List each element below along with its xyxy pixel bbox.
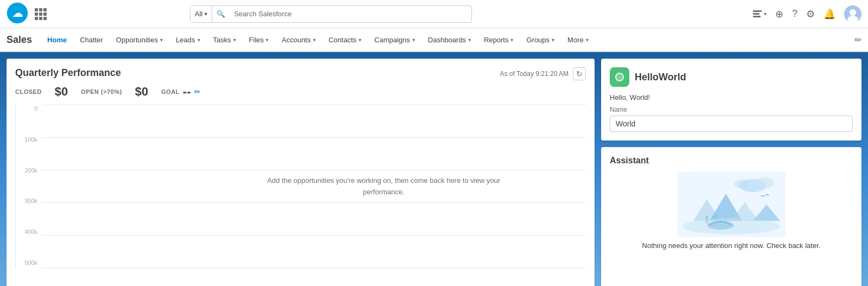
- help-icon[interactable]: ?: [792, 8, 797, 20]
- y-label-0: 0: [16, 105, 42, 112]
- as-of-label: As of Today 9:21:20 AM: [500, 70, 569, 78]
- reports-chevron-icon: ▾: [510, 37, 513, 43]
- nav-tasks-label: Tasks: [213, 36, 231, 44]
- y-label-500k: 500k: [16, 259, 42, 266]
- nav-files-label: Files: [249, 36, 264, 44]
- nav-bar: Sales Home Chatter Opportunities ▾ Leads…: [0, 28, 868, 52]
- salesforce-logo[interactable]: ☁: [7, 2, 28, 26]
- goal-edit-icon[interactable]: ✏: [194, 87, 201, 96]
- nav-item-more[interactable]: More ▾: [561, 28, 595, 52]
- nav-leads-label: Leads: [176, 36, 195, 44]
- y-axis-labels: 500k 400k 300k 200k 100k 0: [16, 105, 42, 268]
- app-name: Sales: [7, 34, 32, 46]
- hello-world-greeting: Hello, World!: [610, 93, 853, 101]
- groups-chevron-icon: ▾: [552, 37, 554, 43]
- recent-items-icon[interactable]: ▾: [752, 9, 767, 20]
- nav-item-leads[interactable]: Leads ▾: [169, 28, 206, 52]
- name-field-label: Name: [610, 106, 853, 113]
- apps-icon[interactable]: [35, 8, 47, 20]
- y-label-400k: 400k: [16, 228, 42, 235]
- leads-chevron-icon: ▾: [197, 37, 200, 43]
- svg-point-20: [707, 221, 734, 230]
- goal-label: GOAL: [161, 88, 180, 95]
- refresh-button[interactable]: ↻: [573, 67, 586, 80]
- y-label-200k: 200k: [16, 167, 42, 174]
- svg-rect-2: [753, 10, 762, 12]
- top-bar: ☁ All ▾ 🔍 ▾ ⊕ ? ⚙ 🔔: [0, 0, 868, 28]
- top-bar-actions: ▾ ⊕ ? ⚙ 🔔: [752, 5, 861, 23]
- tasks-chevron-icon: ▾: [233, 37, 236, 43]
- nav-more-label: More: [567, 36, 584, 44]
- closed-value: $0: [55, 85, 68, 99]
- svg-point-11: [753, 177, 775, 188]
- nav-item-opportunities[interactable]: Opportunities ▾: [110, 28, 169, 52]
- nav-dashboards-label: Dashboards: [428, 36, 466, 44]
- nav-item-reports[interactable]: Reports ▾: [477, 28, 520, 52]
- scope-chevron-icon: ▾: [205, 11, 207, 17]
- closed-label: CLOSED: [15, 88, 42, 95]
- svg-point-6: [850, 9, 856, 16]
- svg-text:☁: ☁: [12, 7, 23, 19]
- open-value: $0: [135, 85, 148, 99]
- main-content: Quarterly Performance As of Today 9:21:2…: [0, 52, 868, 286]
- svg-rect-3: [753, 13, 760, 15]
- goal-row: GOAL -- ✏: [161, 85, 200, 99]
- search-scope-selector[interactable]: All ▾: [190, 6, 212, 22]
- nav-groups-label: Groups: [526, 36, 550, 44]
- goal-value: --: [183, 85, 191, 99]
- open-label: OPEN (>70%): [81, 88, 122, 95]
- hello-world-card: HelloWorld Hello, World! Name: [601, 59, 861, 141]
- dashboards-chevron-icon: ▾: [468, 37, 471, 43]
- assistant-illustration: [610, 172, 853, 237]
- settings-icon[interactable]: ⚙: [806, 8, 815, 20]
- opportunities-chevron-icon: ▾: [160, 37, 163, 43]
- chart-empty-message: Add the opportunities you're working on,…: [267, 175, 501, 198]
- svg-rect-4: [753, 16, 761, 17]
- nav-item-home[interactable]: Home: [41, 28, 73, 52]
- more-chevron-icon: ▾: [586, 37, 589, 43]
- search-scope-label: All: [195, 10, 202, 18]
- svg-point-12: [734, 180, 750, 188]
- panel-meta: As of Today 9:21:20 AM ↻: [500, 67, 586, 80]
- assistant-card: Assistant: [601, 147, 861, 286]
- nav-item-dashboards[interactable]: Dashboards ▾: [422, 28, 477, 52]
- nav-opportunities-label: Opportunities: [116, 36, 158, 44]
- nav-item-tasks[interactable]: Tasks ▾: [207, 28, 242, 52]
- hello-world-icon: [610, 67, 629, 87]
- files-chevron-icon: ▾: [266, 37, 269, 43]
- nav-accounts-label: Accounts: [282, 36, 310, 44]
- campaigns-chevron-icon: ▾: [412, 37, 415, 43]
- chart-grid: Add the opportunities you're working on,…: [42, 105, 586, 268]
- nav-item-accounts[interactable]: Accounts ▾: [275, 28, 322, 52]
- assistant-title: Assistant: [610, 156, 853, 166]
- nav-item-chatter[interactable]: Chatter: [73, 28, 110, 52]
- nav-reports-label: Reports: [484, 36, 509, 44]
- hello-world-header: HelloWorld: [610, 67, 853, 87]
- nav-campaigns-label: Campaigns: [374, 36, 410, 44]
- assistant-message: Nothing needs your attention right now. …: [610, 241, 853, 250]
- y-label-300k: 300k: [16, 198, 42, 204]
- nav-item-contacts[interactable]: Contacts ▾: [322, 28, 368, 52]
- nav-home-label: Home: [47, 36, 67, 44]
- add-icon[interactable]: ⊕: [775, 8, 783, 20]
- search-icon: 🔍: [212, 10, 229, 18]
- nav-item-groups[interactable]: Groups ▾: [520, 28, 561, 52]
- name-field-input[interactable]: [610, 116, 853, 132]
- nav-chatter-label: Chatter: [80, 36, 103, 44]
- accounts-chevron-icon: ▾: [313, 37, 316, 43]
- hello-world-title: HelloWorld: [635, 72, 686, 83]
- stats-row: CLOSED $0 OPEN (>70%) $0 GOAL -- ✏: [15, 85, 586, 99]
- contacts-chevron-icon: ▾: [359, 37, 361, 43]
- search-bar: All ▾ 🔍: [190, 5, 472, 23]
- quarterly-performance-panel: Quarterly Performance As of Today 9:21:2…: [7, 59, 595, 286]
- search-input[interactable]: [229, 10, 471, 18]
- chart-area: 500k 400k 300k 200k 100k 0 Add the oppor…: [15, 105, 586, 268]
- notifications-icon[interactable]: 🔔: [824, 8, 835, 20]
- panel-title: Quarterly Performance: [15, 67, 121, 79]
- nav-item-campaigns[interactable]: Campaigns ▾: [368, 28, 422, 52]
- nav-contacts-label: Contacts: [329, 36, 356, 44]
- y-label-100k: 100k: [16, 136, 42, 143]
- user-avatar[interactable]: [844, 5, 861, 23]
- nav-item-files[interactable]: Files ▾: [242, 28, 275, 52]
- edit-nav-icon[interactable]: ✏: [854, 35, 861, 45]
